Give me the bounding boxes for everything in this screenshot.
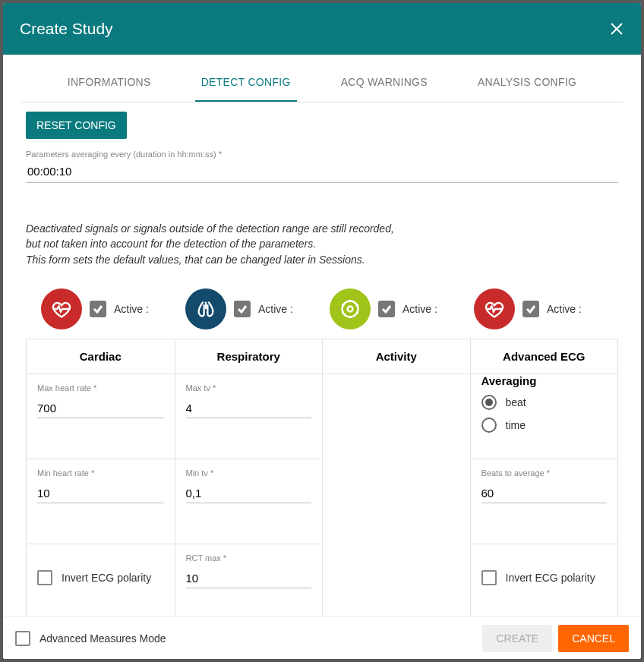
tab-acq-warnings[interactable]: ACQ WARNINGS (335, 76, 434, 102)
signal-respiratory: Active : (185, 288, 330, 329)
reset-config-button[interactable]: RESET CONFIG (26, 112, 127, 139)
signal-activity: Active : (330, 288, 474, 329)
max-tv-label: Max tv * (186, 383, 312, 392)
min-tv-input[interactable] (186, 482, 312, 503)
avg-duration-field: Parameters averaging every (duration in … (26, 150, 618, 183)
max-heart-rate-input[interactable] (37, 397, 164, 418)
max-tv-input[interactable] (186, 397, 312, 418)
averaging-time-radio[interactable]: time (481, 418, 608, 433)
avg-duration-label: Parameters averaging every (duration in … (26, 150, 618, 159)
advanced-mode-checkbox[interactable] (15, 631, 30, 646)
min-heart-rate-cell: Min heart rate * (27, 459, 175, 544)
invert-ecg-cell: Invert ECG polarity (27, 544, 175, 616)
col-respiratory-title: Respiratory (175, 339, 323, 374)
create-button[interactable]: CREATE (482, 625, 552, 652)
cardiac-active-checkbox[interactable] (90, 301, 106, 317)
max-heart-rate-cell: Max heart rate * (27, 374, 175, 459)
rct-max-input[interactable] (186, 567, 312, 588)
col-activity: Activity (322, 339, 470, 616)
active-label: Active : (402, 303, 437, 315)
modal-body[interactable]: INFORMATIONS DETECT CONFIG ACQ WARNINGS … (3, 55, 641, 616)
avg-duration-input[interactable] (26, 159, 618, 183)
beats-to-average-label: Beats to average * (481, 468, 608, 478)
tabs: INFORMATIONS DETECT CONFIG ACQ WARNINGS … (21, 55, 623, 102)
advanced-mode-label: Advanced Measures Mode (39, 632, 166, 645)
max-heart-rate-label: Max heart rate * (37, 383, 164, 392)
active-label: Active : (547, 303, 582, 315)
invert-ecg-label: Invert ECG polarity (62, 572, 151, 584)
activity-active-checkbox[interactable] (378, 301, 395, 317)
params-grid: Cardiac Max heart rate * Min heart rate … (26, 339, 618, 616)
radio-icon (481, 395, 497, 410)
svg-point-10 (342, 304, 345, 307)
beats-to-average-cell: Beats to average * (471, 459, 618, 544)
signal-cardiac: Active : (41, 288, 185, 329)
averaging-cell: Averaging beat time (471, 374, 618, 459)
svg-point-5 (349, 300, 352, 303)
cancel-button[interactable]: CANCEL (558, 625, 629, 652)
advanced-invert-ecg-checkbox[interactable] (481, 570, 497, 585)
svg-point-7 (356, 311, 359, 314)
tab-detect-config[interactable]: DETECT CONFIG (195, 76, 297, 102)
info-note: Deactivated signals or signals outside o… (26, 221, 618, 267)
min-heart-rate-input[interactable] (37, 482, 164, 503)
svg-point-9 (342, 311, 345, 314)
col-cardiac: Cardiac Max heart rate * Min heart rate … (27, 339, 175, 616)
active-label: Active : (258, 303, 293, 315)
modal-title: Create Study (20, 20, 113, 38)
modal-header: Create Study (3, 3, 641, 55)
active-label: Active : (114, 303, 149, 315)
invert-ecg-checkbox[interactable] (37, 570, 52, 585)
note-line: This form sets the default values, that … (26, 252, 618, 267)
modal-footer: Advanced Measures Mode CREATE CANCEL (3, 616, 641, 659)
note-line: but not taken into account for the detec… (26, 236, 618, 251)
advanced-invert-ecg-cell: Invert ECG polarity (471, 544, 618, 616)
heart-icon (41, 288, 82, 329)
signal-advanced-ecg: Active : (474, 288, 618, 329)
rct-max-cell: RCT max * (175, 544, 323, 616)
rct-max-label: RCT max * (186, 553, 312, 563)
col-respiratory: Respiratory Max tv * Min tv * RCT max * (175, 339, 323, 616)
note-line: Deactivated signals or signals outside o… (26, 221, 618, 236)
col-advanced-ecg: Advanced ECG Averaging beat time (470, 339, 618, 616)
svg-point-4 (343, 301, 358, 317)
tab-informations[interactable]: INFORMATIONS (62, 76, 157, 102)
advanced-invert-ecg-label: Invert ECG polarity (506, 572, 595, 584)
ecg-icon (474, 288, 515, 329)
svg-point-8 (349, 316, 352, 319)
min-tv-label: Min tv * (186, 468, 312, 478)
activity-icon (330, 288, 371, 329)
averaging-title: Averaging (481, 374, 608, 387)
advanced-ecg-active-checkbox[interactable] (522, 301, 539, 317)
create-study-modal: Create Study INFORMATIONS DETECT CONFIG … (3, 3, 641, 659)
col-activity-title: Activity (323, 339, 470, 374)
close-button[interactable] (609, 21, 624, 36)
min-tv-cell: Min tv * (175, 459, 323, 544)
max-tv-cell: Max tv * (175, 374, 323, 459)
svg-point-6 (356, 304, 359, 307)
svg-point-3 (348, 306, 353, 311)
tab-analysis-config[interactable]: ANALYSIS CONFIG (472, 76, 582, 102)
averaging-beat-radio[interactable]: beat (481, 395, 608, 410)
close-icon (610, 22, 623, 36)
col-advanced-ecg-title: Advanced ECG (471, 339, 618, 374)
lungs-icon (185, 288, 226, 329)
respiratory-active-checkbox[interactable] (234, 301, 251, 317)
min-heart-rate-label: Min heart rate * (37, 468, 164, 478)
signal-toggles: Active : Active : Active : (41, 288, 618, 329)
col-cardiac-title: Cardiac (27, 339, 175, 374)
radio-icon (481, 418, 497, 433)
radio-beat-label: beat (506, 396, 526, 408)
radio-time-label: time (506, 419, 526, 431)
beats-to-average-input[interactable] (481, 482, 608, 503)
